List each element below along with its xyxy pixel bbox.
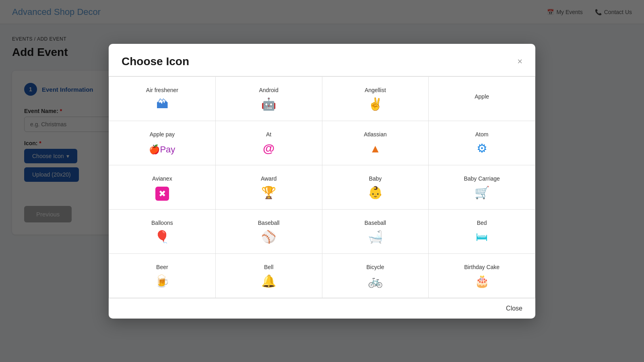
icon-symbol: @	[263, 142, 275, 154]
icon-cell[interactable]: Balloons 🎈	[109, 210, 216, 254]
icon-symbol: 🛏	[476, 230, 488, 243]
icon-symbol: 🚲	[368, 274, 383, 287]
icon-cell[interactable]: Beer 🍺	[109, 254, 216, 298]
icon-symbol: 🎂	[475, 274, 489, 287]
icon-label: Beer	[156, 264, 168, 270]
modal-close-button[interactable]: Close	[506, 305, 522, 312]
icon-label: Baseball	[365, 220, 386, 226]
icon-label: At	[266, 131, 271, 138]
icon-symbol: 🏔	[156, 97, 168, 110]
icon-cell[interactable]: Atlassian ▲	[322, 121, 429, 165]
icon-label: Bicycle	[366, 264, 384, 270]
icon-label: Atom	[475, 131, 489, 138]
icon-cell[interactable]: Baby 👶	[322, 165, 429, 210]
icon-symbol: 🍎Pay	[149, 142, 175, 154]
icon-label: Air freshener	[146, 87, 178, 93]
icon-label: Balloons	[151, 220, 173, 226]
icon-cell[interactable]: Bed 🛏	[429, 210, 535, 254]
icon-cell[interactable]: Birthday Cake 🎂	[429, 254, 535, 298]
icon-symbol: 🤖	[261, 97, 276, 110]
icon-label: Angellist	[365, 87, 386, 93]
modal-header: Choose Icon ×	[109, 44, 535, 76]
icon-cell[interactable]: Air freshener 🏔	[109, 77, 216, 121]
icon-symbol: ⚾	[261, 230, 276, 243]
icon-cell[interactable]: Bell 🔔	[216, 254, 322, 298]
icon-cell[interactable]: Android 🤖	[216, 77, 322, 121]
icon-label: Bed	[477, 220, 487, 226]
icon-label: Atlassian	[364, 131, 387, 138]
icon-cell[interactable]: Atom ⚙	[429, 121, 535, 165]
icon-cell[interactable]: Baseball ⚾	[216, 210, 322, 254]
icon-symbol: 🍺	[155, 274, 169, 287]
icon-label: Baby Carriage	[464, 175, 500, 182]
modal-footer: Close	[109, 298, 535, 319]
icon-cell[interactable]: At @	[216, 121, 322, 165]
icon-symbol: ✌️	[368, 97, 383, 110]
icon-cell[interactable]: Angellist ✌️	[322, 77, 429, 121]
icon-label: Baby	[369, 175, 382, 182]
icon-label: Apple pay	[150, 131, 175, 138]
icon-symbol: 🛁	[368, 230, 383, 243]
icon-symbol: 👶	[368, 186, 383, 199]
icon-symbol: 🛒	[475, 186, 489, 199]
icon-label: Apple	[475, 93, 489, 100]
modal-close-x-button[interactable]: ×	[517, 57, 522, 66]
icon-label: Birthday Cake	[464, 264, 500, 270]
icon-cell[interactable]: Baseball 🛁	[322, 210, 429, 254]
icon-symbol: 🎈	[155, 230, 169, 243]
modal-body: Air freshener 🏔 Android 🤖 Angellist ✌️ A…	[109, 76, 535, 298]
icon-symbol: ▲	[370, 142, 381, 154]
icon-symbol: 🏆	[261, 186, 276, 199]
icon-cell[interactable]: Award 🏆	[216, 165, 322, 210]
icon-cell[interactable]: Apple	[429, 77, 535, 121]
icon-label: Award	[261, 175, 277, 182]
icon-symbol: ⚙	[477, 142, 487, 154]
choose-icon-modal: Choose Icon × Air freshener 🏔 Android 🤖 …	[109, 44, 535, 319]
icon-label: Bell	[264, 264, 273, 270]
modal-overlay: Choose Icon × Air freshener 🏔 Android 🤖 …	[0, 0, 644, 362]
icon-symbol: ✖	[155, 186, 169, 199]
modal-title: Choose Icon	[122, 55, 189, 68]
icon-label: Android	[259, 87, 278, 93]
icon-grid: Air freshener 🏔 Android 🤖 Angellist ✌️ A…	[109, 76, 535, 298]
icon-cell[interactable]: Apple pay 🍎Pay	[109, 121, 216, 165]
icon-cell[interactable]: Baby Carriage 🛒	[429, 165, 535, 210]
icon-symbol: 🔔	[261, 274, 276, 287]
icon-cell[interactable]: Avianex ✖	[109, 165, 216, 210]
icon-cell[interactable]: Bicycle 🚲	[322, 254, 429, 298]
icon-label: Avianex	[152, 175, 172, 182]
icon-label: Baseball	[258, 220, 280, 226]
